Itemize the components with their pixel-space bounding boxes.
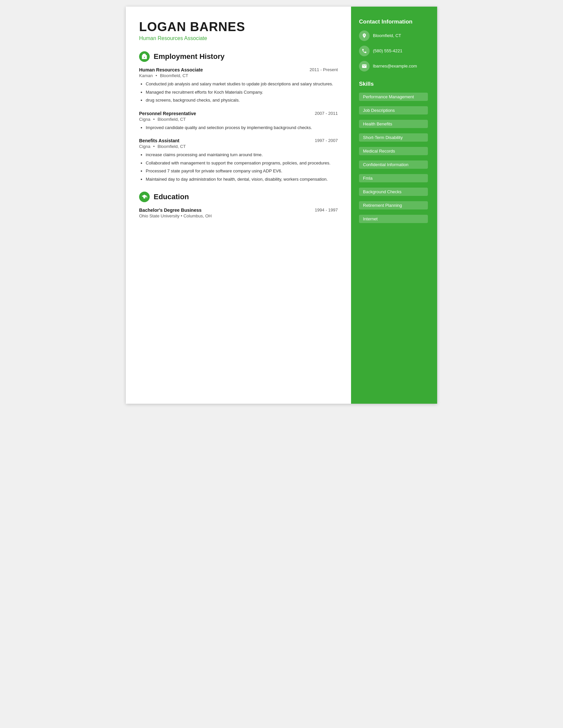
- education-icon: [139, 192, 150, 202]
- skill-badge: Background Checks: [359, 188, 428, 196]
- job-entry: Benefits Assistant1997 - 2007Cigna • Blo…: [139, 138, 338, 182]
- job-title: Personnel Representative: [139, 111, 196, 116]
- skill-badge: Internet: [359, 215, 428, 223]
- skill-badge: Confidential Information: [359, 160, 428, 169]
- contact-item-location: Bloomfield, CT: [359, 30, 429, 41]
- skills-title: Skills: [359, 81, 429, 87]
- name-section: LOGAN BARNES Human Resources Associate: [139, 20, 338, 41]
- candidate-title: Human Resources Associate: [139, 35, 338, 41]
- job-bullet: increase claims processing and maintaini…: [146, 152, 338, 158]
- contact-section: Contact Information Bloomfield, CT(580) …: [359, 19, 429, 71]
- edu-dates: 1994 - 1997: [315, 207, 338, 212]
- employment-section: Employment History Human Resources Assoc…: [139, 51, 338, 182]
- skill-badge: Health Benefits: [359, 120, 428, 128]
- contact-item-email: lbarnes@example.com: [359, 61, 429, 71]
- phone-icon: [359, 46, 370, 56]
- job-bullet: Collaborated with management to support …: [146, 160, 338, 166]
- job-entry: Human Resources Associate2011 - PresentK…: [139, 67, 338, 104]
- contact-text: lbarnes@example.com: [373, 63, 417, 69]
- skills-list: Performance ManagementJob DescriptionsHe…: [359, 93, 429, 226]
- employment-icon: [139, 51, 150, 62]
- job-title: Benefits Assistant: [139, 138, 179, 143]
- employment-header: Employment History: [139, 51, 338, 62]
- contact-item-phone: (580) 555-4221: [359, 46, 429, 56]
- edu-entry: Bachelor's Degree Business1994 - 1997Ohi…: [139, 207, 338, 218]
- job-bullet: drug screens, background checks, and phy…: [146, 97, 338, 104]
- job-bullet: Managed the recruitment efforts for Koch…: [146, 89, 338, 96]
- job-company: Cigna • Bloomfield, CT: [139, 117, 338, 122]
- skill-badge: Medical Records: [359, 147, 428, 155]
- edu-header: Bachelor's Degree Business1994 - 1997: [139, 207, 338, 213]
- edu-school: Ohio State University • Columbus, OH: [139, 213, 338, 218]
- job-bullets: Conducted job analysis and salary market…: [139, 81, 338, 104]
- education-list: Bachelor's Degree Business1994 - 1997Ohi…: [139, 207, 338, 218]
- resume-container: LOGAN BARNES Human Resources Associate E…: [126, 7, 437, 404]
- job-header: Personnel Representative2007 - 2011: [139, 111, 338, 116]
- left-panel: LOGAN BARNES Human Resources Associate E…: [126, 7, 351, 404]
- candidate-name: LOGAN BARNES: [139, 20, 338, 34]
- skills-section: Skills Performance ManagementJob Descrip…: [359, 81, 429, 226]
- skill-badge: Fmla: [359, 174, 428, 182]
- education-header: Education: [139, 192, 338, 202]
- contact-text: (580) 555-4221: [373, 48, 402, 54]
- job-bullets: Improved candidate quality and selection…: [139, 124, 338, 131]
- job-bullet: Maintained day to day administration for…: [146, 176, 338, 183]
- job-header: Benefits Assistant1997 - 2007: [139, 138, 338, 143]
- job-dates: 2007 - 2011: [315, 111, 338, 116]
- edu-degree: Bachelor's Degree Business: [139, 207, 202, 213]
- skill-badge: Job Descriptions: [359, 106, 428, 114]
- contact-list: Bloomfield, CT(580) 555-4221lbarnes@exam…: [359, 30, 429, 71]
- right-panel: Contact Information Bloomfield, CT(580) …: [351, 7, 437, 404]
- email-icon: [359, 61, 370, 71]
- job-company: Kaman • Bloomfield, CT: [139, 73, 338, 78]
- job-bullets: increase claims processing and maintaini…: [139, 152, 338, 182]
- job-title: Human Resources Associate: [139, 67, 203, 72]
- skill-badge: Short-Term Disability: [359, 133, 428, 142]
- contact-text: Bloomfield, CT: [373, 33, 401, 39]
- job-dates: 2011 - Present: [310, 67, 338, 72]
- contact-title: Contact Information: [359, 19, 429, 25]
- job-dates: 1997 - 2007: [315, 138, 338, 143]
- job-bullet: Processed 7 state payroll for private so…: [146, 168, 338, 174]
- job-entry: Personnel Representative2007 - 2011Cigna…: [139, 111, 338, 131]
- employment-title: Employment History: [154, 52, 224, 61]
- job-company: Cigna • Bloomfield, CT: [139, 144, 338, 149]
- jobs-list: Human Resources Associate2011 - PresentK…: [139, 67, 338, 182]
- skill-badge: Retirement Planning: [359, 201, 428, 209]
- job-header: Human Resources Associate2011 - Present: [139, 67, 338, 72]
- location-icon: [359, 30, 370, 41]
- skill-badge: Performance Management: [359, 93, 428, 101]
- education-section: Education Bachelor's Degree Business1994…: [139, 192, 338, 218]
- job-bullet: Conducted job analysis and salary market…: [146, 81, 338, 87]
- job-bullet: Improved candidate quality and selection…: [146, 124, 338, 131]
- education-title: Education: [154, 193, 189, 201]
